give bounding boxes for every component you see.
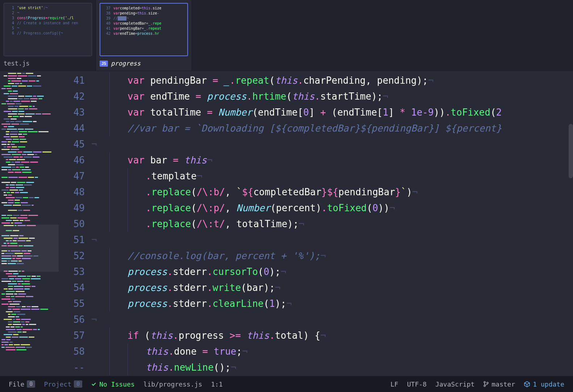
line-number: 57 [59, 328, 85, 343]
status-issues[interactable]: No Issues [87, 376, 139, 392]
code-line[interactable]: //var bar = `Downloading [${completedBar… [91, 120, 573, 136]
js-badge-icon: JS [100, 61, 108, 67]
code-line[interactable]: if (this.progress >= this.total) {¬ [91, 328, 573, 343]
status-encoding[interactable]: UTF-8 [403, 376, 431, 392]
tab-test-js[interactable]: 1'use strict';¬2¬3const Progress = requi… [0, 0, 96, 71]
tab-thumbnail: 1'use strict';¬2¬3const Progress = requi… [4, 3, 92, 56]
status-project-label: Project [44, 380, 71, 388]
code-line[interactable]: .replace(/\:t/, totalTime);¬ [91, 216, 573, 232]
line-number: 49 [59, 200, 85, 216]
line-number: 50 [59, 216, 85, 232]
line-number: 55 [59, 296, 85, 312]
code-area[interactable]: var pendingBar = _.repeat(this.charPendi… [91, 71, 573, 376]
line-number: 42 [59, 88, 85, 104]
line-number: 45 [59, 136, 85, 152]
status-path-text: lib/progress.js [143, 380, 202, 388]
code-line[interactable]: .replace(/\:p/, Number(percent).toFixed(… [91, 200, 573, 216]
code-line[interactable]: var pendingBar = _.repeat(this.charPendi… [91, 72, 573, 88]
line-number: 48 [59, 184, 85, 200]
check-icon [91, 381, 97, 387]
status-cursor-text: 1:1 [211, 380, 223, 388]
code-line[interactable]: process.stderr.clearLine(1);¬ [91, 296, 573, 312]
package-icon [524, 381, 530, 387]
code-line[interactable]: ¬ [91, 232, 573, 248]
line-number: 44 [59, 120, 85, 136]
code-line[interactable]: ¬ [91, 312, 573, 328]
code-line[interactable]: var bar = this¬ [91, 152, 573, 168]
line-number: 46 [59, 152, 85, 168]
tab-thumbnail: 37var completed = this.size38var pending… [100, 3, 188, 56]
line-number: -- [59, 359, 85, 375]
code-line[interactable]: ¬ [91, 136, 573, 152]
status-updates[interactable]: 1 update [519, 376, 569, 392]
code-line[interactable]: //console.log(bar, percent + '%');¬ [91, 248, 573, 264]
tab-title: JSprogress [100, 60, 188, 67]
line-number: 53 [59, 264, 85, 280]
line-number: 51 [59, 232, 85, 248]
status-project-diagnostics[interactable]: Project 0 [39, 376, 87, 392]
minimap[interactable] [0, 71, 59, 376]
code-line[interactable]: this.newLine();¬ [91, 359, 573, 375]
git-branch-icon [483, 381, 489, 387]
status-language[interactable]: JavaScript [431, 376, 479, 392]
status-file-count: 0 [27, 380, 35, 388]
status-file-diagnostics[interactable]: File 0 [4, 376, 39, 392]
line-number: 47 [59, 168, 85, 184]
code-line[interactable]: .replace(/\:b/, `${completedBar}${pendin… [91, 184, 573, 200]
line-number: 54 [59, 280, 85, 296]
status-project-count: 0 [74, 380, 82, 388]
code-editor[interactable]: 414243444546474849505152535455565758-- v… [59, 71, 573, 376]
code-line[interactable]: var totalTime = Number(endTime[0] + (end… [91, 104, 573, 120]
line-number: 52 [59, 248, 85, 264]
code-line[interactable]: this.done = true;¬ [91, 343, 573, 359]
svg-point-1 [484, 385, 485, 387]
code-line[interactable]: process.stderr.cursorTo(0);¬ [91, 264, 573, 280]
status-file-label: File [9, 380, 24, 388]
code-line[interactable]: var endTime = process.hrtime(this.startT… [91, 88, 573, 104]
status-git-branch[interactable]: master [479, 376, 519, 392]
line-number: 56 [59, 312, 85, 328]
scrollbar-thumb[interactable] [569, 124, 573, 178]
code-line[interactable]: process.stderr.write(bar);¬ [91, 280, 573, 296]
line-number: 58 [59, 343, 85, 359]
status-cursor-position[interactable]: 1:1 [206, 376, 227, 392]
line-number: 43 [59, 104, 85, 120]
minimap-viewport[interactable] [0, 225, 59, 272]
tab-progress[interactable]: 37var completed = this.size38var pending… [96, 0, 192, 71]
status-line-ending[interactable]: LF [386, 376, 403, 392]
code-line[interactable]: .template¬ [91, 168, 573, 184]
svg-point-0 [484, 381, 485, 383]
status-issues-text: No Issues [99, 380, 135, 388]
status-bar: File 0 Project 0 No Issues lib/progress.… [0, 376, 573, 392]
svg-point-2 [487, 382, 488, 384]
tab-title: test.js [4, 60, 92, 67]
tabs-row: 1'use strict';¬2¬3const Progress = requi… [0, 0, 573, 71]
status-file-path[interactable]: lib/progress.js [139, 376, 207, 392]
line-gutter: 414243444546474849505152535455565758-- [59, 71, 91, 376]
line-number: 41 [59, 72, 85, 88]
